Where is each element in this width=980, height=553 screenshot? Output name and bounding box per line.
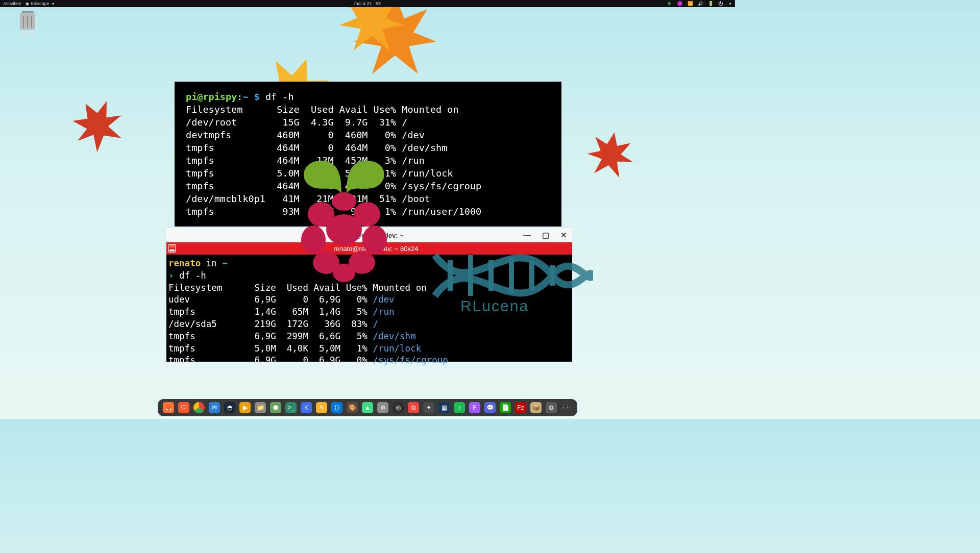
tray-extension-icon[interactable]: ❖ <box>667 1 672 6</box>
window-minimize-button[interactable]: — <box>523 231 531 240</box>
df-row: /dev/sda5 219G 172G 36G 83% / <box>168 319 378 329</box>
df-row: tmpfs 1,4G 65M 1,4G 5% /run <box>168 307 395 317</box>
network-icon[interactable]: 📶 <box>688 1 693 6</box>
dock-terminal[interactable]: >_ <box>285 402 297 413</box>
terminal-command: › <box>168 270 174 281</box>
terminal-titlebar[interactable]: renato@renato-dev: ~ — ▢ ✕ <box>166 228 572 242</box>
df-row: devtmpfs 460M 0 460M 0% /dev <box>186 130 425 140</box>
dock-notes[interactable]: ✎ <box>316 402 327 413</box>
top-bar: Activities ◆ Inkscape ▼ mai 4 21 : 53 ❖ … <box>0 0 735 7</box>
dock-calculator[interactable]: ✦ <box>423 402 434 413</box>
dock-gnome-tweaks[interactable]: ⚙ <box>377 402 388 413</box>
dock-spotify[interactable]: ♪ <box>454 402 465 413</box>
content-stage: pi@rpispy:~ $ df -h Filesystem Size Used… <box>166 82 581 362</box>
dock-libreoffice[interactable]: 📄 <box>500 402 511 413</box>
terminal-renato-body[interactable]: renato in ~ › df -h Filesystem Size Used… <box>166 255 572 362</box>
window-title: renato@renato-dev: ~ <box>335 232 403 239</box>
terminal-command: df -h <box>265 91 294 102</box>
df-row: tmpfs 6,9G 0 6,9G 0% /sys/fs/cgroup <box>168 355 448 365</box>
dock-discord[interactable]: 💬 <box>484 402 496 413</box>
clock[interactable]: mai 4 21 : 53 <box>354 1 381 6</box>
dock-steam[interactable]: ◓ <box>224 402 235 413</box>
dock-android-studio[interactable]: ▲ <box>362 402 373 413</box>
app-menu-label: Inkscape <box>31 1 50 6</box>
dock-kdenlive[interactable]: K <box>301 402 312 413</box>
dock-obs[interactable]: ◎ <box>393 402 404 413</box>
df-header: Filesystem Size Used Avail Use% Mounted … <box>186 104 459 115</box>
df-row: udev 6,9G 0 6,9G 0% /dev <box>168 294 395 305</box>
terminal-renato-window[interactable]: renato@renato-dev: ~ — ▢ ✕ renato@renato… <box>166 228 572 362</box>
terminal-tab-title[interactable]: renato@renato-dev: ~ 80x24 <box>180 245 572 253</box>
dock-archive[interactable]: 📦 <box>530 402 542 413</box>
df-row: tmpfs 6,9G 299M 6,6G 5% /dev/shm <box>168 331 416 341</box>
dock-gimp[interactable]: 🎨 <box>347 402 358 413</box>
terminal-tabbar: renato@renato-dev: ~ 80x24 <box>166 242 572 255</box>
terminal-prompt-user: pi@rpispy <box>186 91 237 102</box>
df-row: tmpfs 93M 4.0K 93M 1% /run/user/1000 <box>186 206 481 217</box>
dock-virtualbox[interactable]: ▦ <box>438 402 450 413</box>
window-close-button[interactable]: ✕ <box>560 231 567 240</box>
df-row: tmpfs 5.0M 4.0K 5.0M 1% /run/lock <box>186 168 453 179</box>
window-maximize-button[interactable]: ▢ <box>542 231 549 240</box>
df-row: tmpfs 464M 0 464M 0% /sys/fs/cgroup <box>186 181 481 191</box>
battery-icon[interactable]: 🔋 <box>708 1 713 6</box>
dock-brave[interactable]: 🛡 <box>178 402 189 413</box>
dock-firefox[interactable]: 🦊 <box>163 402 174 413</box>
terminal-prompt-path: ~ <box>242 91 248 102</box>
inkscape-icon: ◆ <box>26 1 29 6</box>
dock-filezilla[interactable]: Fz <box>515 402 526 413</box>
dock-nodejs[interactable]: ⬢ <box>270 402 281 413</box>
dock-screenshot[interactable]: ⧉ <box>546 402 557 413</box>
app-menu[interactable]: ◆ Inkscape ▼ <box>26 1 55 6</box>
dock: 🦊🛡✉◓▶📁⬢>_K✎⟨⟩🎨▲⚙◎⧉✦▦♪F💬📄Fz📦⧉⋮⋮⋮ <box>158 399 577 416</box>
dock-apps-grid[interactable]: ⋮⋮⋮ <box>561 402 572 413</box>
trash-label: Lixeira <box>12 32 43 37</box>
df-row: tmpfs 5,0M 4,0K 5,0M 1% /run/lock <box>168 343 421 354</box>
df-row: /dev/mmcblk0p1 41M 21M 21M 51% /boot <box>186 193 430 204</box>
trash-icon <box>20 13 35 30</box>
dock-email[interactable]: ✉ <box>209 402 220 413</box>
dock-files[interactable]: 📁 <box>255 402 266 413</box>
dock-chrome[interactable] <box>193 402 205 413</box>
df-row: /dev/root 15G 4.3G 9.7G 31% / <box>186 117 407 128</box>
terminal-tab-indicator-icon[interactable] <box>168 244 176 253</box>
tray-app-icon[interactable] <box>677 1 682 6</box>
power-icon[interactable]: ⏻ <box>718 1 723 6</box>
terminal-rpispy[interactable]: pi@rpispy:~ $ df -h Filesystem Size Used… <box>175 82 561 227</box>
activities-button[interactable]: Activities <box>3 1 21 6</box>
df-header: Filesystem Size Used Avail Use% Mounted … <box>168 283 427 293</box>
system-menu-chevron-icon[interactable]: ▼ <box>728 2 732 6</box>
trash-desktop-icon[interactable]: Lixeira <box>12 13 43 37</box>
dock-plex[interactable]: ▶ <box>239 402 251 413</box>
dock-figma[interactable]: F <box>469 402 480 413</box>
df-row: tmpfs 464M 0 464M 0% /dev/shm <box>186 142 447 153</box>
dock-vscode[interactable]: ⟨⟩ <box>331 402 342 413</box>
df-row: tmpfs 464M 13M 452M 3% /run <box>186 155 425 166</box>
chevron-down-icon: ▼ <box>52 2 55 6</box>
volume-icon[interactable]: 🔊 <box>698 1 703 6</box>
dock-anydesk[interactable]: ⧉ <box>408 402 419 413</box>
